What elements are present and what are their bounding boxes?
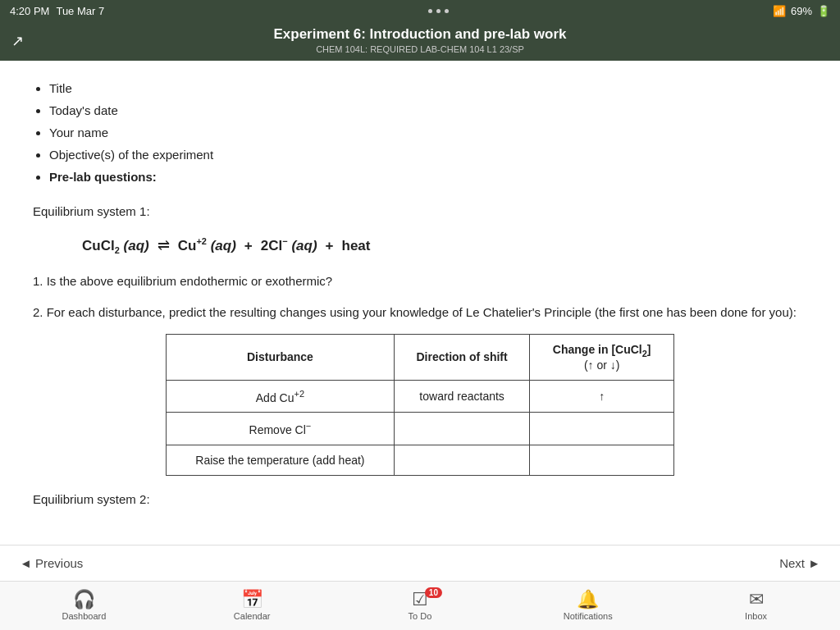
disturbance-table: Disturbance Direction of shift Change in… <box>166 334 674 476</box>
status-bar: 4:20 PM Tue Mar 7 📶 69% 🔋 <box>0 0 840 21</box>
eq-right1: Cu+2 (aq) <box>178 236 236 254</box>
header: ↗ Experiment 6: Introduction and pre-lab… <box>0 21 840 61</box>
col-change: Change in [CuCl2](↑ or ↓) <box>530 334 674 380</box>
inbox-icon: ✉ <box>749 591 764 609</box>
cell-direction-1: toward reactants <box>394 380 530 413</box>
tab-calendar[interactable]: 📅 Calendar <box>223 591 281 621</box>
cell-direction-2 <box>394 413 530 445</box>
status-time-date: 4:20 PM Tue Mar 7 <box>10 5 104 17</box>
col-direction: Direction of shift <box>394 334 530 380</box>
battery-icon: 🔋 <box>817 5 830 17</box>
back-button[interactable]: ↗ <box>11 32 24 50</box>
tab-bar: 🎧 Dashboard 📅 Calendar ☑ 10 To Do 🔔 Noti… <box>0 581 840 630</box>
status-date: Tue Mar 7 <box>56 5 104 17</box>
header-subtitle: CHEM 104L: REQUIRED LAB-CHEM 104 L1 23/S… <box>33 44 807 54</box>
cell-disturbance-2: Remove Cl− <box>167 413 395 445</box>
status-time: 4:20 PM <box>10 5 49 17</box>
tab-calendar-label: Calendar <box>234 611 271 621</box>
tab-inbox[interactable]: ✉ Inbox <box>728 591 785 621</box>
table-header-row: Disturbance Direction of shift Change in… <box>167 334 674 380</box>
table-row: Remove Cl− <box>167 413 674 445</box>
notifications-icon: 🔔 <box>577 591 599 609</box>
eq-left: CuCl2 (aq) <box>82 238 149 255</box>
back-icon[interactable]: ↗ <box>11 33 24 49</box>
dashboard-icon: 🎧 <box>73 591 95 609</box>
chemical-equation: CuCl2 (aq) ⇌ Cu+2 (aq) + 2Cl− (aq) + hea… <box>82 236 758 255</box>
table-wrapper: Disturbance Direction of shift Change in… <box>166 334 674 476</box>
question-2: 2. For each disturbance, predict the res… <box>33 303 807 322</box>
eq-right2: 2Cl− (aq) <box>261 236 317 254</box>
next-button[interactable]: Next ► <box>779 556 820 570</box>
eq-plus2: + <box>326 238 334 254</box>
prev-button[interactable]: ◄ Previous <box>20 556 83 570</box>
cell-disturbance-1: Add Cu+2 <box>167 380 395 413</box>
tab-dashboard-label: Dashboard <box>62 611 106 621</box>
list-item: Title <box>49 77 807 99</box>
tab-todo-label: To Do <box>409 611 432 621</box>
tab-notifications[interactable]: 🔔 Notifications <box>559 591 617 621</box>
tab-inbox-label: Inbox <box>745 611 767 621</box>
table-row: Add Cu+2 toward reactants ↑ <box>167 380 674 413</box>
header-title: Experiment 6: Introduction and pre-lab w… <box>33 26 807 43</box>
tab-notifications-label: Notifications <box>564 611 613 621</box>
list-item-prelab: Pre-lab questions: <box>49 166 807 188</box>
eq-system-2-label: Equilibrium system 2: <box>33 492 807 514</box>
list-item: Today's date <box>49 99 807 121</box>
eq-arrow: ⇌ <box>158 236 170 254</box>
wifi-icon: 📶 <box>773 5 786 17</box>
eq-plus1: + <box>244 238 253 254</box>
list-item: Objective(s) of the experiment <box>49 144 807 166</box>
cell-change-1: ↑ <box>530 380 674 413</box>
eq-heat: heat <box>342 238 371 254</box>
status-dots <box>428 9 449 13</box>
cell-disturbance-3: Raise the temperature (add heat) <box>167 445 395 476</box>
nav-bar: ◄ Previous Next ► <box>0 545 840 581</box>
question-1: 1. Is the above equilibrium endothermic … <box>33 272 807 291</box>
battery-level: 69% <box>791 5 812 17</box>
cell-change-2 <box>530 413 674 445</box>
cell-direction-3 <box>394 445 530 476</box>
status-indicators: 📶 69% 🔋 <box>773 5 830 17</box>
calendar-icon: 📅 <box>241 591 263 609</box>
col-disturbance: Disturbance <box>167 334 395 380</box>
todo-badge: 10 <box>425 587 442 598</box>
cell-change-3 <box>530 445 674 476</box>
main-content: Title Today's date Your name Objective(s… <box>0 61 840 545</box>
tab-todo[interactable]: ☑ 10 To Do <box>391 591 449 621</box>
table-row: Raise the temperature (add heat) <box>167 445 674 476</box>
tab-dashboard[interactable]: 🎧 Dashboard <box>55 591 112 621</box>
list-item: Your name <box>49 121 807 144</box>
eq-system-1-label: Equilibrium system 1: <box>33 203 807 221</box>
requirements-list: Title Today's date Your name Objective(s… <box>33 77 807 188</box>
